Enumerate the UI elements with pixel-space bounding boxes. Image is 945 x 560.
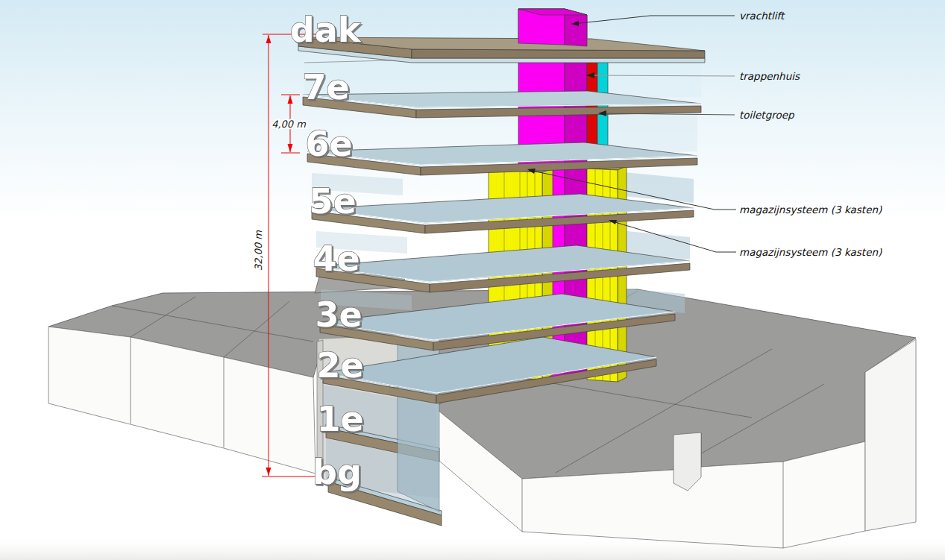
floor-label-1e: 1e — [316, 399, 363, 439]
callout-toiletgroep: toiletgroep — [739, 109, 795, 121]
floor-label-3e: 3e — [315, 295, 362, 335]
3d-viewport[interactable]: 32,00 m 4,00 m dak 7e 6e 5e 4e 3e 2e 1e … — [0, 0, 945, 560]
callout-vrachtlift: vrachtlift — [739, 10, 785, 22]
callout-magazijn-1: magazijnsysteem (3 kasten) — [739, 204, 882, 215]
callout-magazijn-2: magazijnsysteem (3 kasten) — [739, 246, 882, 258]
floor-label-4e: 4e — [313, 239, 360, 279]
core-vrachtlift-top — [518, 9, 587, 46]
floor-label-6e: 6e — [305, 124, 352, 164]
dimension-total-label: 32,00 m — [253, 230, 264, 271]
mass-far-right-block — [865, 339, 916, 531]
callout-trappenhuis: trappenhuis — [739, 70, 800, 82]
dimension-story-label: 4,00 m — [271, 119, 306, 130]
floor-label-5e: 5e — [309, 181, 356, 221]
floor-label-2e: 2e — [316, 345, 363, 386]
diagram-stage: 32,00 m 4,00 m dak 7e 6e 5e 4e 3e 2e 1e … — [0, 0, 945, 560]
floor-label-bg: bg — [313, 452, 362, 492]
floor-label-dak: dak — [290, 10, 362, 50]
floor-label-7e: 7e — [302, 67, 349, 107]
